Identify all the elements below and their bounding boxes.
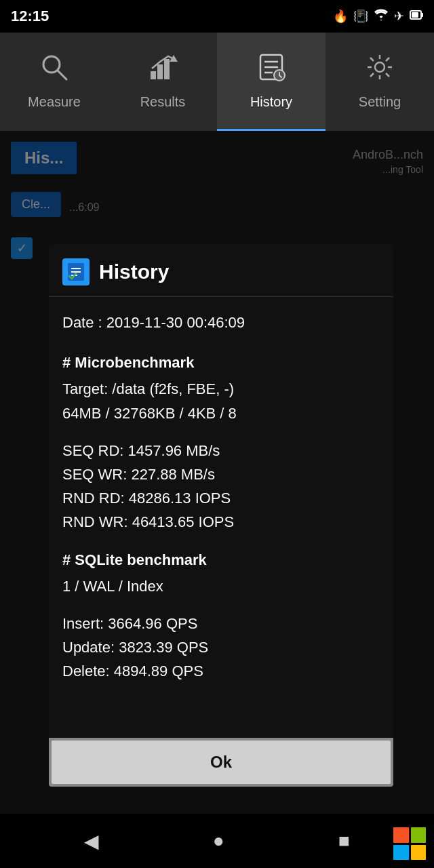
svg-rect-1 xyxy=(421,13,423,17)
history-icon xyxy=(256,52,286,89)
results-icon xyxy=(148,52,178,89)
history-dialog: History Date : 2019-11-30 00:46:09 # Mic… xyxy=(49,245,393,787)
dialog-date: Date : 2019-11-30 00:46:09 xyxy=(62,311,380,334)
seq-wr: SEQ WR: 227.88 MB/s xyxy=(62,462,380,486)
status-bar: 12:15 🔥 📳 ✈ xyxy=(0,0,434,33)
sqlite-update: Update: 3823.39 QPS xyxy=(62,635,380,659)
dialog-footer: Ok xyxy=(49,738,393,787)
dialog-metrics: SEQ RD: 1457.96 MB/s SEQ WR: 227.88 MB/s… xyxy=(62,439,380,534)
measure-icon xyxy=(39,52,69,89)
setting-icon xyxy=(365,52,395,89)
sqlite-params-line: 1 / WAL / Index xyxy=(62,574,380,598)
dialog-target-line: Target: /data (f2fs, FBE, -) xyxy=(62,377,380,401)
status-icons: 🔥 📳 ✈ xyxy=(333,8,423,25)
back-button[interactable]: ◀ xyxy=(84,830,99,852)
nav-tabs: Measure Results History xyxy=(0,33,434,131)
fire-icon: 🔥 xyxy=(333,9,348,24)
windows-logo xyxy=(393,827,426,860)
dialog-sqlite-params: 1 / WAL / Index xyxy=(62,574,380,598)
tab-history-label: History xyxy=(250,94,292,110)
svg-line-22 xyxy=(370,73,374,77)
svg-line-21 xyxy=(386,58,389,61)
tab-results[interactable]: Results xyxy=(108,33,217,131)
svg-rect-7 xyxy=(164,59,170,79)
recents-button[interactable]: ■ xyxy=(338,830,350,852)
sqlite-delete: Delete: 4894.89 QPS xyxy=(62,659,380,683)
microbenchmark-header: # Microbenchmark xyxy=(62,351,380,374)
svg-point-14 xyxy=(375,62,384,72)
svg-rect-6 xyxy=(157,64,163,79)
airplane-icon: ✈ xyxy=(394,9,404,24)
status-time: 12:15 xyxy=(11,7,49,25)
svg-line-19 xyxy=(370,58,374,61)
battery-icon xyxy=(410,8,423,25)
svg-rect-2 xyxy=(412,12,418,18)
svg-line-4 xyxy=(58,71,66,79)
home-button[interactable]: ● xyxy=(213,830,224,852)
tab-measure-label: Measure xyxy=(28,94,81,110)
rnd-wr: RND WR: 46413.65 IOPS xyxy=(62,510,380,534)
tab-results-label: Results xyxy=(140,94,186,110)
wifi-icon xyxy=(374,9,389,24)
tab-setting-label: Setting xyxy=(359,94,401,110)
tab-measure[interactable]: Measure xyxy=(0,33,108,131)
bottom-nav: ◀ ● ■ xyxy=(0,814,434,868)
dialog-params-line: 64MB / 32768KB / 4KB / 8 xyxy=(62,401,380,425)
vibrate-icon: 📳 xyxy=(353,9,368,24)
content-area: His... AndroB...nch...ing Tool Cle... ..… xyxy=(0,131,434,814)
ok-button[interactable]: Ok xyxy=(52,741,391,784)
sqlite-header: # SQLite benchmark xyxy=(62,548,380,572)
dialog-title-bar: History xyxy=(49,245,393,297)
sqlite-insert: Insert: 3664.96 QPS xyxy=(62,612,380,635)
tab-setting[interactable]: Setting xyxy=(326,33,434,131)
dialog-title-text: History xyxy=(99,260,169,283)
svg-line-20 xyxy=(386,73,389,77)
dialog-title-icon xyxy=(62,258,90,285)
svg-rect-5 xyxy=(151,71,156,79)
tab-history[interactable]: History xyxy=(217,33,326,131)
seq-rd: SEQ RD: 1457.96 MB/s xyxy=(62,439,380,462)
rnd-rd: RND RD: 48286.13 IOPS xyxy=(62,486,380,510)
dialog-target: Target: /data (f2fs, FBE, -) 64MB / 3276… xyxy=(62,377,380,425)
dialog-sqlite-metrics: Insert: 3664.96 QPS Update: 3823.39 QPS … xyxy=(62,612,380,684)
dialog-body: Date : 2019-11-30 00:46:09 # Microbenchm… xyxy=(49,297,393,738)
